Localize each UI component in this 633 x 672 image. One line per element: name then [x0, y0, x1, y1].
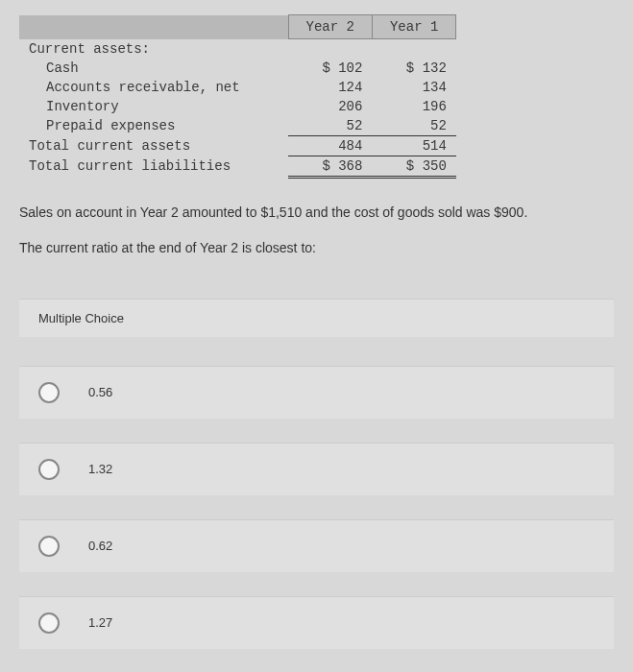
- radio-icon[interactable]: [38, 536, 60, 557]
- radio-icon[interactable]: [38, 382, 60, 403]
- cash-y2: $ 102: [288, 59, 372, 78]
- tca-y1: 514: [372, 135, 455, 156]
- row-label-prepaid: Prepaid expenses: [19, 116, 288, 136]
- inv-y2: 206: [288, 97, 372, 116]
- mc-option-c[interactable]: 0.62: [19, 519, 614, 572]
- ar-y2: 124: [288, 78, 372, 97]
- question-context: Sales on account in Year 2 amounted to $…: [19, 203, 614, 223]
- option-label: 1.27: [88, 615, 112, 630]
- cash-y1: $ 132: [372, 59, 455, 78]
- tca-y2: 484: [288, 135, 372, 156]
- option-label: 0.56: [88, 385, 112, 399]
- tcl-y2: $ 368: [288, 156, 372, 177]
- multiple-choice-header: Multiple Choice: [19, 299, 614, 337]
- radio-icon[interactable]: [38, 459, 60, 480]
- row-label-total-cl: Total current liabilities: [19, 156, 288, 177]
- row-label-inventory: Inventory: [19, 97, 288, 116]
- row-label-cash: Cash: [19, 59, 288, 78]
- col-header-year2: Year 2: [288, 15, 372, 39]
- tcl-y1: $ 350: [372, 156, 455, 177]
- ar-y1: 134: [372, 78, 455, 97]
- option-label: 0.62: [88, 539, 112, 553]
- col-header-year1: Year 1: [372, 15, 455, 39]
- prepaid-y2: 52: [288, 116, 372, 136]
- row-label-ar: Accounts receivable, net: [19, 78, 288, 97]
- question-prompt: The current ratio at the end of Year 2 i…: [19, 240, 614, 255]
- mc-option-b[interactable]: 1.32: [19, 443, 614, 495]
- mc-option-d[interactable]: 1.27: [19, 596, 614, 649]
- prepaid-y1: 52: [372, 116, 455, 136]
- mc-option-a[interactable]: 0.56: [19, 366, 614, 419]
- option-label: 1.32: [88, 462, 112, 476]
- radio-icon[interactable]: [38, 612, 60, 634]
- section-current-assets: Current assets:: [19, 39, 288, 59]
- inv-y1: 196: [372, 97, 455, 116]
- row-label-total-ca: Total current assets: [19, 135, 288, 156]
- financial-table: Year 2 Year 1 Current assets: Cash $ 102…: [19, 14, 456, 179]
